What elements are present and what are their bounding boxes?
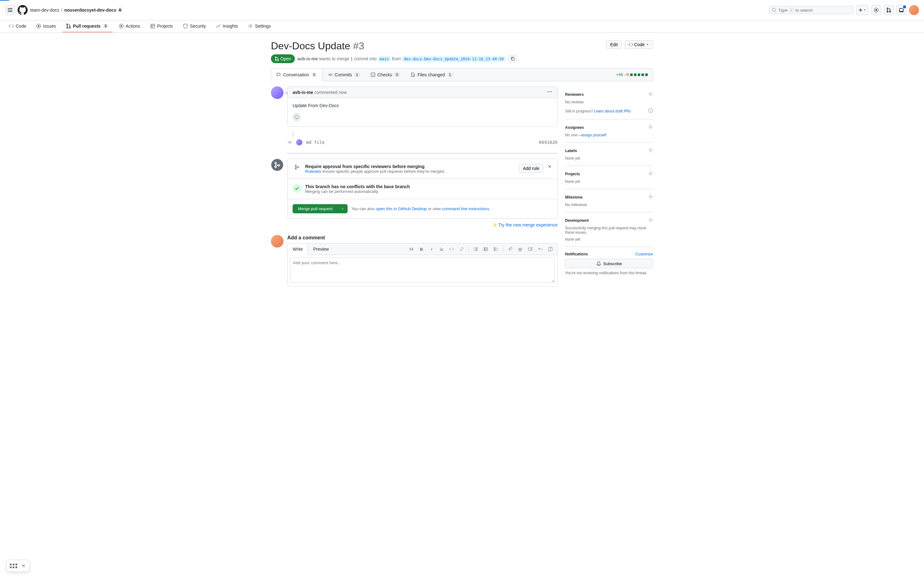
link-button[interactable] xyxy=(457,245,466,253)
write-tab[interactable]: Write xyxy=(287,243,308,255)
code-dropdown-button[interactable]: Code xyxy=(625,40,653,49)
breadcrumb-org[interactable]: team-dev-docs xyxy=(30,8,59,13)
nav-insights[interactable]: Insights xyxy=(212,20,242,32)
gear-icon xyxy=(648,194,653,200)
nav-security[interactable]: Security xyxy=(179,20,210,32)
pull-requests-button[interactable] xyxy=(884,5,894,15)
mention-button[interactable]: @ xyxy=(516,245,525,253)
nav-actions[interactable]: Actions xyxy=(115,20,144,32)
search-icon xyxy=(771,8,777,13)
comment-textarea[interactable] xyxy=(290,258,555,283)
svg-point-26 xyxy=(275,166,277,168)
comment-menu-button[interactable] xyxy=(547,89,552,95)
smiley-icon xyxy=(294,115,299,120)
preview-tab[interactable]: Preview xyxy=(308,244,334,255)
head-branch[interactable]: dev-docs-Dev-Docs_Update_2024-11-16_23-4… xyxy=(402,56,506,62)
tab-commits[interactable]: Commits 1 xyxy=(323,68,366,81)
unordered-list-button[interactable] xyxy=(482,245,490,253)
diff-box-icon xyxy=(630,73,633,76)
assign-yourself-link[interactable]: assign yourself xyxy=(581,133,606,137)
subscribe-button[interactable]: Subscribe xyxy=(565,259,653,268)
notifications-button[interactable] xyxy=(896,5,906,15)
rulesets-link[interactable]: Rulesets xyxy=(305,169,321,174)
code-button[interactable] xyxy=(447,245,456,253)
gear-icon xyxy=(648,91,653,97)
breadcrumb: team-dev-docs / nouserdocsyet-dev-docs xyxy=(30,8,122,13)
svg-rect-35 xyxy=(494,249,495,251)
nav-projects[interactable]: Projects xyxy=(146,20,177,32)
copy-branch-button[interactable] xyxy=(508,55,517,63)
commit-author-avatar[interactable] xyxy=(296,139,303,145)
base-branch[interactable]: main xyxy=(378,56,390,62)
sidebar-assignees-header[interactable]: Assignees xyxy=(565,124,653,130)
breadcrumb-repo[interactable]: nouserdocsyet-dev-docs xyxy=(64,8,116,13)
sidebar-reviewers-body: No reviews xyxy=(565,100,653,104)
code-icon xyxy=(629,42,633,47)
nav-pull-requests[interactable]: Pull requests 3 xyxy=(62,20,112,32)
svg-point-42 xyxy=(650,173,651,174)
user-avatar[interactable] xyxy=(909,5,919,15)
nav-issues[interactable]: Issues xyxy=(33,20,59,32)
comment-header: avb-is-me commented now xyxy=(288,87,557,98)
italic-button[interactable]: I xyxy=(427,245,436,253)
add-rule-button[interactable]: Add rule xyxy=(519,164,543,173)
bold-button[interactable]: B xyxy=(417,245,426,253)
svg-point-21 xyxy=(549,91,550,93)
reference-button[interactable] xyxy=(526,245,535,253)
add-reaction-button[interactable] xyxy=(293,113,301,121)
breadcrumb-separator: / xyxy=(61,8,63,13)
dismiss-ruleset-button[interactable] xyxy=(547,164,552,170)
edit-button[interactable]: Edit xyxy=(606,40,621,49)
svg-point-20 xyxy=(548,91,549,93)
nav-code-label: Code xyxy=(16,24,26,29)
tab-files[interactable]: Files changed 1 xyxy=(405,68,458,81)
comment-author-link[interactable]: avb-is-me xyxy=(293,90,313,95)
triangle-down-icon xyxy=(341,207,344,211)
pr-author[interactable]: avb-is-me xyxy=(297,56,318,61)
ordered-list-button[interactable] xyxy=(472,245,480,253)
commit-message[interactable]: md file xyxy=(306,140,325,145)
github-logo[interactable] xyxy=(18,5,28,15)
tab-checks[interactable]: Checks 0 xyxy=(366,68,406,81)
svg-rect-36 xyxy=(528,248,531,250)
attach-button[interactable] xyxy=(506,245,514,253)
open-desktop-link[interactable]: open this in GitHub Desktop xyxy=(376,206,427,211)
hamburger-menu-button[interactable] xyxy=(5,5,15,15)
x-icon xyxy=(547,164,552,169)
sidebar-projects-header[interactable]: Projects xyxy=(565,171,653,177)
comment-timestamp[interactable]: now xyxy=(339,90,347,95)
search-slash-key: / xyxy=(789,8,794,12)
nav-code[interactable]: Code xyxy=(5,20,30,32)
cli-instructions-link[interactable]: command line instructions xyxy=(442,206,489,211)
code-dropdown-label: Code xyxy=(634,42,644,47)
info-icon[interactable] xyxy=(648,108,653,114)
sidebar-development-header[interactable]: Development xyxy=(565,218,653,223)
sidebar-development-none: None yet xyxy=(565,237,653,242)
sidebar-reviewers-header[interactable]: Reviewers xyxy=(565,91,653,97)
heading-button[interactable] xyxy=(407,245,416,253)
svg-point-5 xyxy=(890,11,891,12)
customize-link[interactable]: Customize xyxy=(635,252,653,257)
try-new-link[interactable]: Try the new merge experience xyxy=(498,222,558,227)
sidebar-milestone-header[interactable]: Milestone xyxy=(565,194,653,200)
learn-draft-link[interactable]: Learn about draft PRs xyxy=(594,109,631,114)
commit-sha[interactable]: 6691620 xyxy=(539,140,558,145)
tab-conversation[interactable]: Conversation 0 xyxy=(271,68,323,81)
sidebar-labels-header[interactable]: Labels xyxy=(565,148,653,154)
merge-options-button[interactable] xyxy=(338,204,348,213)
nav-pulls-label: Pull requests xyxy=(73,24,101,29)
search-input[interactable]: Type / to search xyxy=(769,6,854,14)
reply-button[interactable] xyxy=(536,245,545,253)
quote-button[interactable] xyxy=(437,245,446,253)
issues-button[interactable] xyxy=(871,5,881,15)
task-list-button[interactable] xyxy=(491,245,500,253)
comment-author-avatar[interactable] xyxy=(271,86,283,99)
gear-icon xyxy=(648,124,653,130)
slash-commands-button[interactable] xyxy=(546,245,555,253)
svg-point-31 xyxy=(484,248,485,248)
merge-pull-request-button[interactable]: Merge pull request xyxy=(293,204,338,213)
current-user-avatar[interactable] xyxy=(271,235,283,248)
nav-settings[interactable]: Settings xyxy=(244,20,275,32)
create-new-button[interactable] xyxy=(856,5,869,15)
git-pull-request-icon xyxy=(275,57,279,61)
